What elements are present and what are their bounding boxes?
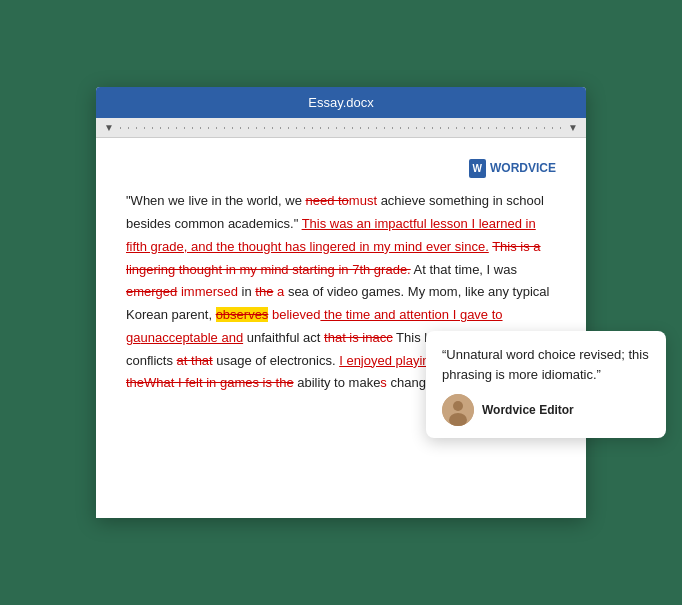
editor-avatar [442,394,474,426]
tooltip-quote: “Unnatural word choice revised; this phr… [442,345,650,384]
must-insert: must [349,193,377,208]
need-to-strikethrough: need to [305,193,348,208]
tooltip-box: “Unnatural word choice revised; this phr… [426,331,666,438]
at-that-time: At that time, I was [411,262,517,277]
document-window: Essay.docx ▼ ▼ W WORDVICE "When we live … [96,87,586,518]
that-inacc-strike: that is inacc [324,330,393,345]
wordvice-icon: W [469,159,486,178]
usage: usage of electronics. [213,353,339,368]
wordvice-logo: W WORDVICE [126,158,556,178]
the-strike: the [255,284,273,299]
svg-point-1 [453,401,463,411]
a-insert: a [273,284,284,299]
editor-name-label: Wordvice Editor [482,400,574,420]
open-quote: "When we live in the world, we [126,193,305,208]
in-normal: in [238,284,255,299]
tooltip-footer: Wordvice Editor [442,394,650,426]
what-felt-strike: What I felt in games is the [144,375,294,390]
wordvice-text: WORDVICE [490,158,556,178]
ruler-line [120,127,562,129]
ruler-arrow-right: ▼ [568,122,578,133]
ruler: ▼ ▼ [96,118,586,138]
document-title: Essay.docx [308,95,374,110]
unfaithful: unfaithful act [243,330,324,345]
at-that-strike: at that [177,353,213,368]
immersed-insert: immersed [177,284,238,299]
document-content: W WORDVICE "When we live in the world, w… [96,138,586,518]
title-bar: Essay.docx [96,87,586,118]
believed-insert: believed [268,307,320,322]
observes-highlight: observes [216,307,269,322]
emerged-strike: emerged [126,284,177,299]
unacceptable-link: unacceptable and [140,330,243,345]
ability: ability to make [294,375,381,390]
ruler-arrow-left: ▼ [104,122,114,133]
avatar-image [442,394,474,426]
